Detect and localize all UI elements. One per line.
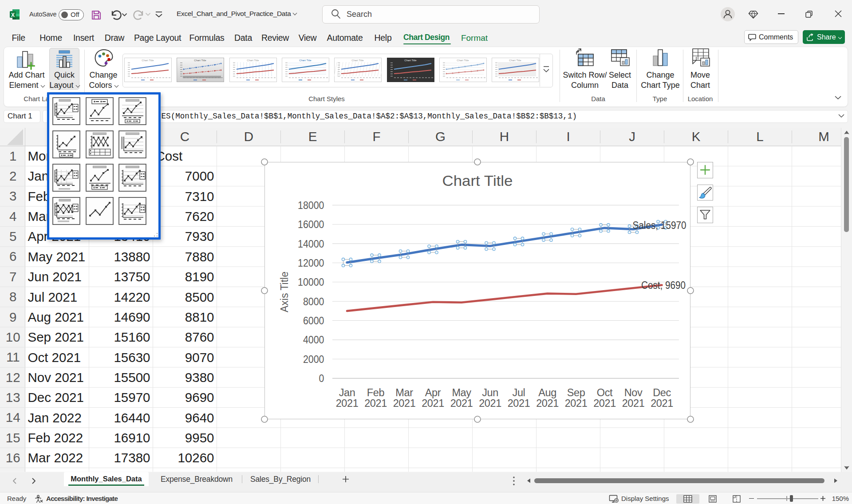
svg-text:Jun: Jun [482,387,498,398]
svg-text:13: 13 [6,390,20,405]
svg-text:1: 1 [9,149,16,163]
svg-text:3: 3 [9,189,16,203]
svg-text:7: 7 [9,269,16,284]
svg-text:Chart Title: Chart Title [404,59,417,62]
svg-text:4000: 4000 [303,334,324,346]
svg-text:Chart Title: Chart Title [352,59,364,62]
svg-text:16000: 16000 [298,218,324,230]
svg-text:2021: 2021 [393,398,416,409]
svg-text:Sales, 15970: Sales, 15970 [633,220,686,231]
svg-text:Aug: Aug [538,387,556,398]
svg-text:E: E [308,129,317,144]
svg-text:16: 16 [6,450,20,465]
svg-text:2021: 2021 [651,398,673,409]
svg-text:Jul: Jul [513,387,525,398]
svg-text:2021: 2021 [450,398,473,409]
svg-text:2021: 2021 [336,398,359,409]
svg-text:2021: 2021 [508,398,530,409]
svg-text:Chart Title: Chart Title [442,172,513,189]
svg-text:K: K [692,129,701,144]
svg-text:18000: 18000 [298,199,324,211]
svg-text:Mar: Mar [395,387,413,398]
svg-text:10: 10 [6,330,20,344]
svg-text:2021: 2021 [565,398,588,409]
svg-text:Apr: Apr [425,387,441,398]
svg-text:0: 0 [319,372,324,384]
svg-text:2021: 2021 [422,398,444,409]
svg-text:Cost, 9690: Cost, 9690 [641,280,686,291]
svg-text:12000: 12000 [298,257,324,269]
svg-text:2021: 2021 [364,398,387,409]
svg-text:2021: 2021 [536,398,559,409]
svg-text:5: 5 [9,229,16,244]
svg-text:M: M [818,129,829,144]
svg-text:J: J [629,129,635,144]
svg-text:Oct: Oct [597,387,613,398]
svg-text:Dec: Dec [653,387,671,398]
svg-text:H: H [500,129,509,144]
svg-text:F: F [372,129,380,144]
svg-text:6000: 6000 [303,315,324,327]
svg-text:6: 6 [9,249,16,264]
svg-text:2021: 2021 [622,398,645,409]
svg-text:May: May [452,387,471,398]
svg-text:C: C [180,129,189,144]
svg-text:Chart Title: Chart Title [299,59,312,62]
svg-text:Feb: Feb [367,387,385,398]
svg-text:2000: 2000 [303,353,324,365]
svg-text:Jan: Jan [339,387,355,398]
svg-text:15: 15 [6,430,20,445]
svg-text:4: 4 [9,209,16,224]
svg-text:Nov: Nov [624,387,643,398]
svg-text:10000: 10000 [298,276,324,288]
svg-text:2021: 2021 [479,398,501,409]
svg-text:14000: 14000 [298,238,324,250]
svg-text:Chart Title: Chart Title [509,59,521,62]
svg-text:D: D [244,129,253,144]
svg-text:L: L [756,129,763,144]
svg-text:9: 9 [9,310,16,324]
svg-text:Chart Title: Chart Title [457,59,469,62]
svg-text:8: 8 [9,289,16,304]
svg-text:Chart Title: Chart Title [194,59,207,62]
svg-text:Axis Title: Axis Title [279,272,290,312]
svg-text:12: 12 [6,370,20,385]
svg-text:2021: 2021 [593,398,616,409]
svg-text:2: 2 [9,169,16,183]
svg-text:X: X [11,12,15,18]
svg-text:Chart Title: Chart Title [247,59,259,62]
svg-text:Chart Title: Chart Title [142,59,154,62]
svg-text:14: 14 [6,410,20,425]
svg-text:Sep: Sep [567,387,585,398]
svg-text:I: I [566,129,570,144]
svg-text:G: G [435,129,446,144]
svg-text:8000: 8000 [303,295,324,307]
svg-text:11: 11 [6,350,20,364]
